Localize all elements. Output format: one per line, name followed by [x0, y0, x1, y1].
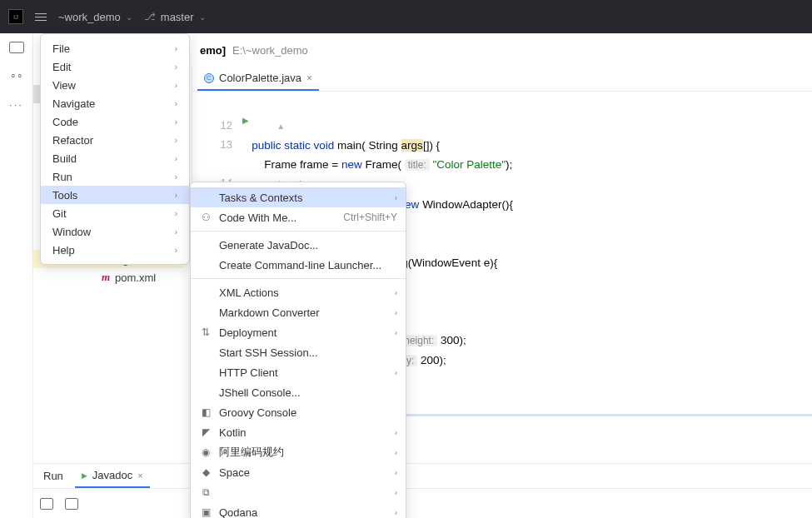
submenu-item[interactable]: Markdown Converter›	[191, 302, 406, 322]
project-tool-icon[interactable]	[9, 42, 24, 53]
menu-item-navigate[interactable]: Navigate›	[41, 94, 189, 112]
branch-selector[interactable]: ⎇ master ⌄	[144, 11, 206, 23]
submenu-item[interactable]: ◧Groovy Console	[191, 402, 406, 422]
titlebar: IJ ~work_demo ⌄ ⎇ master ⌄	[0, 0, 812, 33]
submenu-item[interactable]: JShell Console...	[191, 382, 406, 402]
submenu-item[interactable]: ⇅Deployment›	[191, 322, 406, 342]
main-menu-dropdown: File›Edit›View›Navigate›Code›Refactor›Bu…	[40, 33, 190, 265]
chevron-down-icon: ⌄	[126, 12, 132, 22]
close-icon[interactable]: ×	[137, 471, 142, 481]
submenu-item[interactable]: ◤Kotlin›	[191, 422, 406, 442]
terminal-icon[interactable]	[40, 498, 53, 510]
run-status-icon: ▶	[82, 471, 87, 480]
editor-tab[interactable]: C ColorPalette.java ×	[197, 67, 319, 91]
left-tool-rail: ∘∘ ···	[0, 33, 33, 518]
menu-item-run[interactable]: Run›	[41, 167, 189, 186]
structure-tool-icon[interactable]: ∘∘	[10, 70, 23, 82]
space-icon: ◆	[199, 466, 212, 478]
menu-item-refactor[interactable]: Refactor›	[41, 131, 189, 149]
tools-submenu: Tasks & Contexts›⚇Code With Me...Ctrl+Sh…	[190, 182, 406, 518]
submenu-item[interactable]: ◆Space›	[191, 462, 406, 482]
submenu-item[interactable]: Create Command-line Launcher...	[191, 255, 406, 275]
close-icon[interactable]: ×	[306, 72, 312, 84]
ops-icon: ⧉	[199, 486, 212, 498]
people-icon: ⚇	[199, 212, 212, 223]
submenu-item[interactable]: HTTP Client›	[191, 362, 406, 382]
submenu-item[interactable]: XML Actions›	[191, 282, 406, 302]
submenu-item[interactable]: Generate JavaDoc...	[191, 235, 406, 255]
menu-item-window[interactable]: Window›	[41, 222, 189, 241]
app-logo-icon: IJ	[8, 9, 23, 24]
project-selector[interactable]: ~work_demo ⌄	[58, 11, 132, 23]
submenu-item[interactable]: ◉阿里编码规约›	[191, 442, 406, 462]
editor-tabs: C ColorPalette.java ×	[192, 67, 812, 92]
menu-item-edit[interactable]: Edit›	[41, 57, 189, 76]
menu-item-view[interactable]: View›	[41, 76, 189, 94]
more-tools-icon[interactable]: ···	[9, 98, 23, 111]
hamburger-menu-icon[interactable]	[35, 13, 47, 21]
tree-node[interactable]: mpom.xml	[33, 268, 183, 286]
javadoc-label: Javadoc	[92, 469, 132, 481]
menu-item-git[interactable]: Git›	[41, 204, 189, 222]
breadcrumb-name: emo]	[200, 44, 226, 57]
kotlin-icon: ◤	[199, 426, 212, 438]
javadoc-tab[interactable]: ▶ Javadoc ×	[75, 464, 150, 488]
qodana-icon: ▣	[199, 506, 212, 518]
maven-icon: m	[100, 271, 112, 284]
menu-item-help[interactable]: Help›	[41, 241, 189, 259]
breadcrumb-path: E:\~work_demo	[232, 44, 308, 57]
menu-item-build[interactable]: Build›	[41, 149, 189, 167]
deploy-icon: ⇅	[199, 326, 212, 338]
submenu-item[interactable]: ⧉›	[191, 482, 406, 502]
menu-item-code[interactable]: Code›	[41, 112, 189, 131]
menu-item-file[interactable]: File›	[41, 39, 189, 57]
submenu-item[interactable]: ⚇Code With Me...Ctrl+Shift+Y	[191, 207, 406, 227]
run-gutter-icon[interactable]: ▶	[242, 116, 249, 125]
problems-icon[interactable]	[65, 498, 78, 510]
chevron-down-icon: ⌄	[199, 12, 206, 22]
java-class-icon: C	[204, 73, 214, 83]
bottom-rail	[33, 488, 812, 518]
tab-filename: ColorPalette.java	[219, 72, 301, 84]
submenu-item[interactable]: Tasks & Contexts›	[191, 187, 406, 207]
ali-icon: ◉	[199, 446, 212, 458]
menu-item-tools[interactable]: Tools›	[41, 186, 189, 204]
branch-name: master	[161, 11, 194, 23]
branch-icon: ⎇	[144, 11, 156, 22]
submenu-item[interactable]: ▣Qodana›	[191, 502, 406, 518]
tool-window-tabs: Run ▶ Javadoc ×	[33, 463, 812, 488]
project-name: ~work_demo	[58, 11, 121, 23]
run-label[interactable]: Run	[38, 470, 68, 482]
groovy-icon: ◧	[199, 406, 212, 418]
submenu-item[interactable]: Start SSH Session...	[191, 342, 406, 362]
